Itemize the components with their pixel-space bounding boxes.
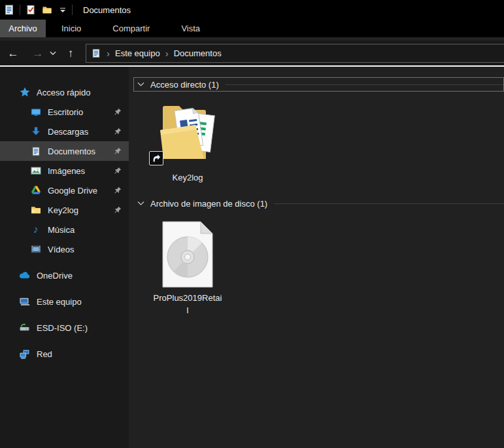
downloads-arrow-icon <box>30 126 41 137</box>
sidebar-item-key2log[interactable]: Key2log <box>0 200 129 220</box>
videos-film-icon <box>30 244 41 255</box>
desktop-icon <box>30 107 41 118</box>
sidebar-item-descargas[interactable]: Descargas <box>0 122 129 141</box>
this-pc-icon <box>19 296 30 307</box>
disc-image-icon <box>161 220 214 288</box>
file-label: ProPlus2019Retai l <box>154 292 222 317</box>
tab-compartir[interactable]: Compartir <box>97 20 165 37</box>
navigation-pane: Acceso rápido Escritorio Descargas <box>0 67 129 448</box>
breadcrumb-documentos[interactable]: Documentos <box>174 48 222 58</box>
ribbon-tab-bar: Archivo Inicio Compartir Vista <box>0 20 504 37</box>
pin-icon <box>113 167 122 175</box>
google-drive-icon <box>30 185 41 196</box>
sidebar-item-label: OneDrive <box>37 271 73 281</box>
sidebar-item-acceso-rapido[interactable]: Acceso rápido <box>0 82 129 102</box>
pin-icon <box>113 128 122 136</box>
sidebar-item-musica[interactable]: ♪ Música <box>0 220 129 239</box>
sidebar-item-label: Vídeos <box>48 245 74 254</box>
file-label-line2: l <box>154 304 222 317</box>
file-item-proplus2019retail[interactable]: ProPlus2019Retai l <box>148 219 227 317</box>
sidebar-item-label: Key2log <box>48 205 78 215</box>
chevron-down-icon <box>137 201 144 206</box>
chevron-down-icon <box>137 82 144 87</box>
pin-icon <box>113 147 122 156</box>
recent-locations-chevron-icon[interactable] <box>48 44 58 61</box>
quick-access-star-icon <box>19 87 30 98</box>
up-button[interactable]: ↑ <box>62 44 79 61</box>
group-header-imagen-de-disco[interactable]: Archivo de imagen de disco (1) <box>133 196 504 211</box>
folder-icon <box>30 205 41 216</box>
music-note-icon: ♪ <box>30 224 41 235</box>
sidebar-item-escritorio[interactable]: Escritorio <box>0 102 129 122</box>
sidebar-item-label: Imágenes <box>48 166 85 176</box>
sidebar-item-videos[interactable]: Vídeos <box>0 239 129 259</box>
address-bar[interactable]: › Este equipo › Documentos <box>86 44 504 63</box>
sidebar-item-label: Acceso rápido <box>37 88 90 97</box>
group-title: Acceso directo (1) <box>150 80 219 90</box>
sidebar-item-label: Red <box>37 349 52 359</box>
sidebar-item-label: Google Drive <box>48 186 97 196</box>
group-rule <box>226 84 503 85</box>
sidebar-item-documentos[interactable]: Documentos <box>0 141 129 161</box>
back-button[interactable]: ← <box>5 44 22 61</box>
sidebar-item-label: Este equipo <box>37 297 82 307</box>
file-label: Key2log <box>173 171 203 184</box>
title-bar: Documentos <box>0 0 504 20</box>
breadcrumb-este-equipo[interactable]: Este equipo <box>115 48 160 58</box>
properties-check-icon[interactable] <box>25 4 37 16</box>
window-title: Documentos <box>83 5 131 15</box>
group-rule <box>274 203 504 204</box>
folder-shortcut-icon <box>155 100 220 168</box>
drive-icon <box>19 322 30 334</box>
sidebar-item-este-equipo[interactable]: Este equipo <box>0 292 129 311</box>
customize-qat-dropdown-icon[interactable] <box>58 8 67 12</box>
window-document-icon <box>3 4 15 16</box>
file-item-key2log[interactable]: Key2log <box>148 100 227 184</box>
tab-vista[interactable]: Vista <box>165 20 216 37</box>
pin-icon <box>113 206 122 215</box>
tab-inicio[interactable]: Inicio <box>46 20 97 37</box>
document-icon <box>91 48 101 58</box>
sidebar-item-label: Documentos <box>48 146 95 156</box>
forward-button[interactable]: → <box>29 44 46 61</box>
sidebar-item-label: ESD-ISO (E:) <box>37 323 88 333</box>
sidebar-item-label: Música <box>48 225 75 235</box>
tab-archivo[interactable]: Archivo <box>0 20 46 37</box>
pin-icon <box>113 186 122 195</box>
sidebar-item-onedrive[interactable]: OneDrive <box>0 266 129 285</box>
divider <box>72 5 73 15</box>
new-folder-icon[interactable] <box>41 4 53 16</box>
breadcrumb-chevron-icon: › <box>107 48 110 58</box>
group-header-acceso-directo[interactable]: Acceso directo (1) <box>133 77 504 92</box>
pin-icon <box>113 108 122 116</box>
file-label-line1: ProPlus2019Retai <box>154 292 222 304</box>
explorer-window: Documentos Archivo Inicio Compartir Vist… <box>0 0 504 448</box>
sidebar-item-red[interactable]: Red <box>0 344 129 364</box>
sidebar-item-google-drive[interactable]: Google Drive <box>0 181 129 200</box>
shortcut-arrow-icon <box>149 151 163 165</box>
sidebar-item-imagenes[interactable]: Imágenes <box>0 161 129 181</box>
navigation-toolbar: ← → ↑ › Este equipo › Documentos <box>0 41 504 65</box>
sidebar-item-esd-iso[interactable]: ESD-ISO (E:) <box>0 318 129 337</box>
divider <box>20 5 20 15</box>
pictures-icon <box>30 165 41 177</box>
breadcrumb-chevron-icon: › <box>165 48 169 58</box>
documents-icon <box>30 146 41 157</box>
files-view: Acceso directo (1) <box>129 67 504 448</box>
network-icon <box>19 349 30 360</box>
sidebar-item-label: Descargas <box>48 127 88 137</box>
sidebar-item-label: Escritorio <box>48 107 83 117</box>
onedrive-cloud-icon <box>19 270 30 281</box>
group-title: Archivo de imagen de disco (1) <box>150 199 267 209</box>
